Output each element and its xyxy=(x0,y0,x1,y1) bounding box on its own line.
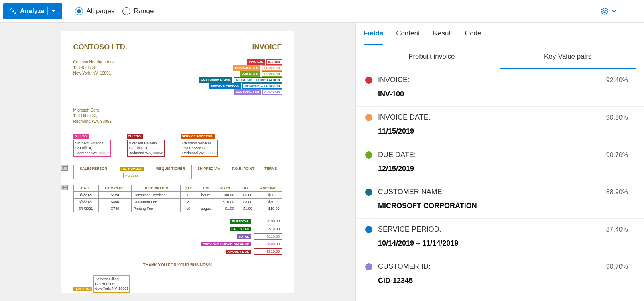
field-item[interactable]: DUE DATE: 90.70% 12/15/2019 xyxy=(356,144,644,181)
tab-kv-pairs[interactable]: Key-Value pairs xyxy=(500,45,636,69)
invoice-meta: INVOICE:INV-100 INVOICE DATE:11/15/2019 … xyxy=(199,59,282,96)
field-key: SERVICE PERIOD: xyxy=(378,225,601,234)
po-table: SALESPERSONP.O. NUMBERREQUISITIONERSHIPP… xyxy=(73,165,282,179)
main-content: CONTOSO LTD. INVOICE Contoso Headquarter… xyxy=(0,23,644,301)
layers-dropdown[interactable] xyxy=(601,7,617,15)
field-key: INVOICE: xyxy=(378,76,601,84)
radio-all-pages[interactable]: All pages xyxy=(75,7,114,15)
color-dot-icon xyxy=(365,226,372,233)
fields-list[interactable]: INVOICE: 92.40% INV-100 INVOICE DATE: 90… xyxy=(356,69,644,301)
document-page: CONTOSO LTD. INVOICE Contoso Headquarter… xyxy=(61,31,294,293)
company-name: CONTOSO LTD. xyxy=(73,43,127,51)
field-confidence: 88.90% xyxy=(606,189,628,196)
customer-address: Microsoft Corp123 Other St,Redmond WA, 9… xyxy=(73,108,282,124)
field-confidence: 92.40% xyxy=(606,77,628,84)
color-dot-icon xyxy=(365,263,372,270)
color-dot-icon xyxy=(365,77,372,84)
field-item[interactable]: SERVICE PERIOD: 87.40% 10/14/2019 – 11/1… xyxy=(356,219,644,256)
color-dot-icon xyxy=(365,151,372,159)
divider xyxy=(47,7,48,15)
tab-result[interactable]: Result xyxy=(433,23,452,45)
field-confidence: 87.40% xyxy=(606,226,628,233)
color-dot-icon xyxy=(365,114,372,121)
totals: SUBTOTAL$100.00 SALES TAX$10.00 TOTAL$11… xyxy=(157,218,282,255)
results-panel: Fields Content Result Code Prebuilt invo… xyxy=(355,23,644,301)
field-confidence: 90.70% xyxy=(606,151,628,159)
radio-label: Range xyxy=(134,7,154,15)
field-value: MICROSOFT CORPORATION xyxy=(378,202,628,210)
thank-you: THANK YOU FOR YOUR BUSINESS! xyxy=(73,263,282,267)
ship-to-box: SHIP TO: Microsoft Delivery123 Ship St,R… xyxy=(127,134,165,157)
invoice-title: INVOICE xyxy=(252,43,282,51)
field-confidence: 90.70% xyxy=(606,263,628,270)
field-item[interactable]: INVOICE DATE: 90.80% 11/15/2019 xyxy=(356,107,644,144)
tab-code[interactable]: Code xyxy=(465,23,481,45)
chevron-down-icon xyxy=(611,8,617,14)
field-key: DUE DATE: xyxy=(378,150,601,159)
field-key: INVOICE DATE: xyxy=(378,113,601,122)
field-key: CUSTOMER ID: xyxy=(378,262,601,271)
field-value: 11/15/2019 xyxy=(378,127,628,136)
radio-icon xyxy=(122,7,130,15)
items-table: DATEITEM CODEDESCRIPTIONQTYUMPRICETAXAMO… xyxy=(73,185,282,212)
hq-address: Contoso Headquarters123 456th StNew York… xyxy=(73,59,114,96)
field-value: CID-12345 xyxy=(378,277,628,285)
field-item[interactable]: CUSTOMER ID: 90.70% CID-12345 xyxy=(356,256,644,293)
field-value: INV-100 xyxy=(378,90,628,98)
analyze-icon xyxy=(10,8,17,15)
radio-icon xyxy=(75,7,83,15)
chevron-down-icon xyxy=(51,9,56,14)
field-key: CUSTOMER NAME: xyxy=(378,188,601,196)
table-row: 3/5/2021B456Document Fee3$10.00$3.00$30.… xyxy=(73,199,282,205)
table-row: 3/6/2021C789Printing Fee10pages$1.00$1.0… xyxy=(73,205,282,212)
service-address-box: SERVICE ADDRESS: Microsoft Services123 S… xyxy=(181,134,218,157)
table-icon[interactable] xyxy=(61,185,68,190)
field-item[interactable]: CUSTOMER NAME: 88.90% MICROSOFT CORPORAT… xyxy=(356,181,644,219)
primary-tabs: Fields Content Result Code xyxy=(356,23,644,45)
bill-to-box: BILL TO: Microsoft Finance123 Bill St,Re… xyxy=(73,134,111,157)
layers-icon xyxy=(601,7,609,15)
radio-label: All pages xyxy=(86,7,114,15)
page-range-group: All pages Range xyxy=(75,7,154,15)
tab-fields[interactable]: Fields xyxy=(364,23,383,45)
secondary-tabs: Prebuilt invoice Key-Value pairs xyxy=(356,45,644,69)
field-value: 12/15/2019 xyxy=(378,165,628,173)
tab-prebuilt[interactable]: Prebuilt invoice xyxy=(364,45,500,69)
radio-range[interactable]: Range xyxy=(122,7,154,15)
analyze-button[interactable]: Analyze xyxy=(3,3,62,19)
field-item[interactable]: INVOICE: 92.40% INV-100 xyxy=(356,69,644,107)
remit-box: REMIT TO: Contoso Billing123 Remit StNew… xyxy=(73,275,282,293)
field-value: 10/14/2019 – 11/14/2019 xyxy=(378,239,628,248)
tab-content[interactable]: Content xyxy=(396,23,420,45)
document-preview[interactable]: CONTOSO LTD. INVOICE Contoso Headquarter… xyxy=(0,23,355,301)
analyze-label: Analyze xyxy=(20,8,44,15)
toolbar: Analyze All pages Range xyxy=(0,0,644,23)
color-dot-icon xyxy=(365,189,372,196)
field-confidence: 90.80% xyxy=(606,114,628,121)
table-row: 3/4/2021A123Consulting Services2hours$30… xyxy=(73,192,282,199)
table-icon[interactable] xyxy=(61,165,68,171)
